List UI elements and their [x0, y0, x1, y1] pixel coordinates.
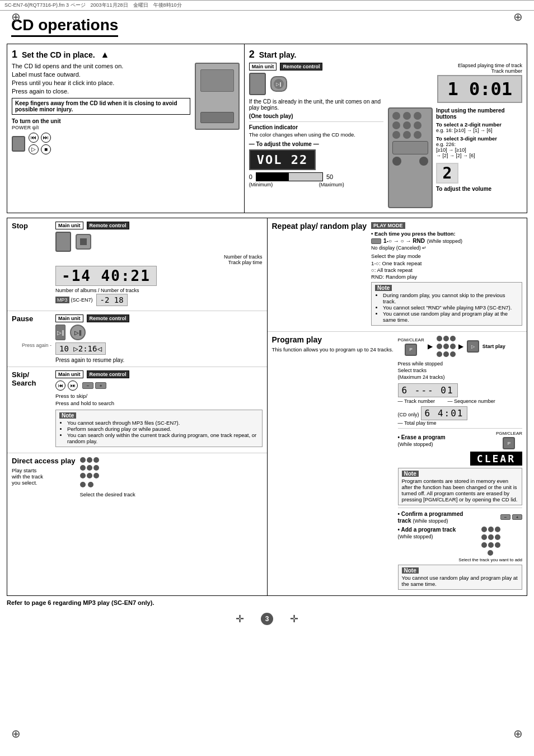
stop-display-sub: -2 18 [96, 294, 128, 306]
step1-to-turn-on: To turn on the unit POWER ψ/I [12, 118, 190, 130]
press-search: Press and hold to search [55, 400, 263, 406]
step1-desc1: The CD lid opens and the unit comes on. [12, 63, 190, 69]
vol-bar [256, 172, 323, 181]
add-track: • Add a program track [398, 527, 456, 533]
step2-box: 2 Start play. Main unit Remote control ▷… [245, 44, 527, 213]
track-num-label-p: — Track number [398, 398, 435, 404]
bottom-section: Stop Main unit Remote control Number of … [7, 218, 527, 596]
remote-device-image [388, 107, 433, 208]
num-albums-label: Number of albums [55, 288, 97, 293]
three-digit-label: To select 3-digit number [436, 135, 522, 142]
mp3-label: MP3 [55, 297, 69, 303]
repeat-note-box: Note During random play, you cannot skip… [371, 282, 522, 326]
skip-remote: Remote control [87, 370, 129, 378]
play-icon-s1[interactable]: ▷ [29, 144, 39, 154]
skip-fwd-btn[interactable]: ⏭ [68, 381, 78, 391]
cd-play-btn[interactable]: ▷ [467, 340, 479, 353]
step2-one-touch-desc: If the CD is already in the unit, the un… [249, 98, 383, 111]
step2-one-touch: (One touch play) [249, 113, 383, 119]
step2-vol-label: — To adjust the volume — [249, 141, 383, 147]
select-tracks: Select tracks [398, 368, 427, 373]
pgm-clear-btn-2[interactable]: P [503, 437, 515, 449]
vol-max-label: (Maximum) [319, 182, 344, 187]
skip-main-unit: Main unit [55, 370, 83, 378]
stop-display-main: -14 40:21 [55, 266, 157, 286]
step2-large-num: 2 [436, 163, 458, 184]
skip-fwd-icon: ⏭ [41, 133, 51, 143]
footer-crosshair-right: ✛ [290, 613, 298, 625]
program-label: Program play [272, 335, 394, 344]
arrow-right-2: ▶ [458, 342, 463, 350]
vol-min-label: (Minimum) [249, 182, 273, 187]
steps-section: 1 Set the CD in place. ▲ The CD lid open… [7, 44, 527, 213]
skip-note-2: Perform search during play or while paus… [67, 426, 259, 432]
pgm-clear-label-2: PGM/CLEAR [496, 431, 522, 436]
press-skip: Press to skip/ [55, 393, 263, 399]
repeat-label: Repeat play/ random play [272, 222, 367, 231]
num-tracks-label: Number of tracks [224, 254, 263, 260]
track-display: 6 --- 01 [398, 383, 458, 397]
program-note2-title: Note [402, 567, 419, 574]
pgm-clear-btn[interactable]: P [405, 344, 417, 356]
each-time: • Each time you press the button: [371, 231, 522, 237]
step1-heading: Set the CD in place. [22, 50, 95, 59]
cd-display: 1 0:01 [437, 75, 522, 103]
no-display: No display (Canceled) ↵ [371, 245, 522, 251]
step2-main-unit-label: Main unit [249, 63, 277, 71]
direct-select-track: Select the desired track [79, 491, 262, 497]
vol-display: VOL 22 [249, 149, 316, 170]
rnd-random: RND: Random play [371, 274, 522, 280]
stop-icon-s1[interactable]: ■ [41, 144, 51, 154]
play-mode-label: PLAY MODE [371, 222, 405, 229]
numbered-buttons-label: Input using the numbered buttons [436, 107, 522, 120]
program-section: Program play This function allows you to… [268, 332, 527, 595]
stop-row: Stop Main unit Remote control Number of … [7, 218, 267, 311]
dots-grid-direct [79, 457, 99, 479]
add-track-dots [481, 526, 500, 548]
footer: ✛ 3 ✛ [0, 611, 534, 627]
one-track-repeat: 1-○: One track repeat [371, 260, 522, 266]
press-while-stopped: Press while stopped [398, 361, 443, 367]
stop-main-unit: Main unit [55, 222, 83, 229]
flow-text: 1-○ → ○ → RND [383, 238, 425, 244]
step2-heading: Start play. [259, 50, 297, 59]
skip-note-title: Note [59, 412, 76, 419]
cd-only: (CD only) [398, 412, 419, 417]
total-display: 6 4:01 [421, 406, 468, 420]
num-tracks2-label: Number of tracks [101, 288, 139, 293]
elapsed-label: Elapsed playing time of track [388, 63, 522, 68]
skip-back-btn[interactable]: ⏮ [55, 381, 65, 391]
program-note2-box: Note You cannot use random play and prog… [398, 565, 522, 590]
two-digit-example: e.g. 16: [≥10] → [1] → [6] [436, 128, 522, 133]
max-tracks: (Maximum 24 tracks) [398, 374, 445, 380]
stop-remote: Remote control [87, 222, 129, 229]
skip-row: Skip/ Search Main unit Remote control ⏮ … [7, 367, 267, 453]
direct-access-label: Direct access play Play starts with the … [12, 457, 75, 486]
repeat-section: Repeat play/ random play PLAY MODE • Eac… [268, 218, 527, 332]
select-track-add: Select the track you want to add [458, 557, 522, 562]
pause-display: 10 ▷2:16◁ [55, 342, 106, 355]
repeat-note-3: You cannot use random play and program p… [383, 311, 518, 323]
stop-label: Stop [12, 222, 51, 230]
step2-header: 2 Start play. [249, 49, 522, 60]
all-track-repeat: ○: All track repeat [371, 267, 522, 273]
step1-desc3: Press until you hear it click into place… [12, 79, 190, 86]
track-num-label: Track number [388, 68, 522, 74]
pause-row: Pause Main unit Remote control ▷‖ ▷‖ Pre… [7, 311, 267, 367]
device-image-step1 [195, 63, 240, 130]
skip-content: Main unit Remote control ⏮ ⏭ − + Press t… [55, 370, 263, 449]
three-digit-line3: → [2] → [2] → [6] [436, 153, 522, 158]
repeat-note-2: You cannot select "RND" while playing MP… [383, 304, 518, 311]
track-label: track [398, 518, 411, 524]
refer-text: Refer to page 6 regarding MP3 play (SC-E… [7, 599, 527, 606]
skip-note-box: Note You cannot search through MP3 files… [55, 410, 263, 447]
select-tracks-dots [436, 335, 455, 358]
program-note-box: Note Program contents are stored in memo… [398, 468, 522, 505]
step1-box: 1 Set the CD in place. ▲ The CD lid open… [7, 44, 245, 213]
while-stopped-erase: (While stopped) [398, 442, 433, 447]
step1-desc2: Label must face outward. [12, 71, 190, 78]
step1-warning: Keep fingers away from the CD lid when i… [12, 98, 190, 115]
total-play-label: — Total play time [398, 420, 522, 426]
repeat-note-1: During random play, you cannot skip to t… [383, 292, 518, 304]
start-play: Start play [483, 344, 505, 349]
